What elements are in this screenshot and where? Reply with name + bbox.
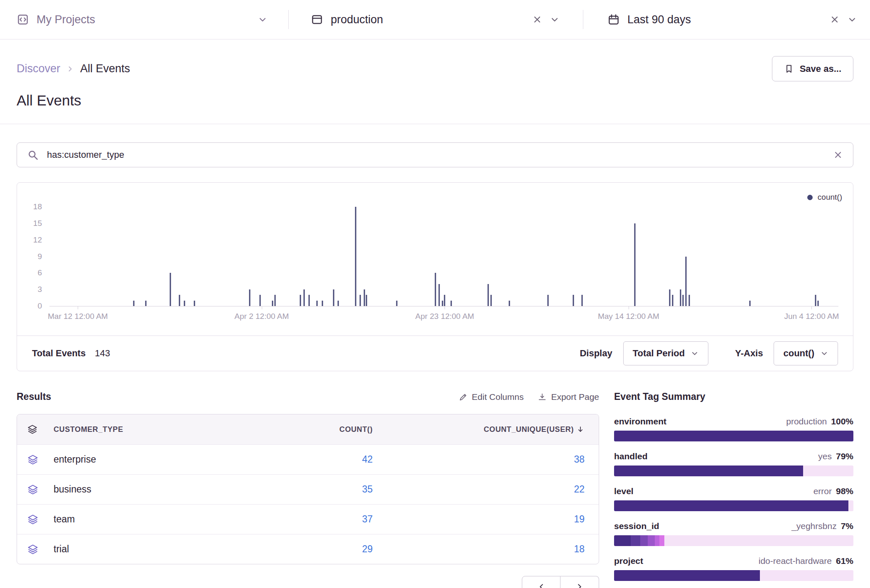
count-unique-value[interactable]: 38 <box>373 454 585 465</box>
chart-bar[interactable] <box>487 284 489 306</box>
export-page-button[interactable]: Export Page <box>538 392 599 402</box>
count-value[interactable]: 29 <box>248 544 373 555</box>
chart-bar[interactable] <box>444 295 445 306</box>
tag-bar-segment[interactable] <box>655 535 660 546</box>
tag-bar-segment[interactable] <box>614 431 853 441</box>
column-header-count-unique[interactable]: COUNT_UNIQUE(USER) <box>373 425 585 434</box>
tag-bar-segment[interactable] <box>640 535 647 546</box>
column-header-customer-type[interactable]: CUSTOMER_TYPE <box>54 425 248 434</box>
chart-bar[interactable] <box>573 295 574 306</box>
chart-bar[interactable] <box>364 289 365 306</box>
environment-selector[interactable]: production <box>289 0 583 39</box>
search-bar[interactable] <box>17 142 853 167</box>
chart-bar[interactable] <box>689 295 690 306</box>
clear-environment-icon[interactable] <box>532 15 542 24</box>
chevron-down-icon[interactable] <box>847 15 857 24</box>
chart-bar[interactable] <box>322 301 323 306</box>
tag-bar-segment[interactable] <box>848 500 853 511</box>
tag-bar-segment[interactable] <box>648 535 655 546</box>
chart-bar[interactable] <box>669 289 670 306</box>
count-value[interactable]: 42 <box>248 454 373 465</box>
tag-distribution-bar[interactable] <box>614 570 853 581</box>
count-unique-value[interactable]: 19 <box>373 514 585 525</box>
chart-bar[interactable] <box>145 301 146 306</box>
chart-bar[interactable] <box>817 301 818 306</box>
breadcrumb-discover[interactable]: Discover <box>17 62 60 75</box>
table-row[interactable]: team 37 19 <box>17 504 599 534</box>
chart-bar[interactable] <box>316 301 317 306</box>
chart-bar[interactable] <box>133 301 135 306</box>
tag-distribution-bar[interactable] <box>614 535 853 546</box>
chart-bar[interactable] <box>355 207 356 306</box>
chart-bar[interactable] <box>333 289 334 306</box>
tag-distribution-bar[interactable] <box>614 466 853 476</box>
chart-bar[interactable] <box>581 295 582 306</box>
count-value[interactable]: 37 <box>248 514 373 525</box>
chart-bar[interactable] <box>366 295 367 306</box>
project-selector[interactable]: My Projects <box>0 0 288 39</box>
chart-bar[interactable] <box>396 301 397 306</box>
tag-bar-segment[interactable] <box>614 535 631 546</box>
count-unique-value[interactable]: 22 <box>373 484 585 495</box>
chart-bar[interactable] <box>548 295 549 306</box>
save-as-button[interactable]: Save as... <box>772 56 853 81</box>
chart-bar[interactable] <box>750 301 751 306</box>
chevron-down-icon[interactable] <box>258 15 268 24</box>
edit-columns-button[interactable]: Edit Columns <box>459 392 524 402</box>
pagination-next-button[interactable] <box>560 576 599 588</box>
chart-bar[interactable] <box>686 257 687 306</box>
chart-bar[interactable] <box>491 295 492 306</box>
chart-bar[interactable] <box>338 301 339 306</box>
tag-distribution-bar[interactable] <box>614 500 853 511</box>
chart-bar[interactable] <box>682 295 683 306</box>
chart-bar[interactable] <box>672 295 673 306</box>
column-header-count[interactable]: COUNT() <box>248 425 373 434</box>
yaxis-select[interactable]: count() <box>774 341 838 365</box>
chart-bar[interactable] <box>634 223 636 306</box>
chart-bar[interactable] <box>184 301 185 306</box>
chart-bar[interactable] <box>442 301 443 306</box>
tag-bar-segment[interactable] <box>614 570 760 581</box>
tag-distribution-bar[interactable] <box>614 431 853 441</box>
count-unique-value[interactable]: 18 <box>373 544 585 555</box>
events-chart[interactable]: count() 0369121518Mar 12 12:00 AMApr 2 1… <box>17 183 853 336</box>
chart-plot-area[interactable]: 0369121518Mar 12 12:00 AMApr 2 12:00 AMA… <box>49 207 838 306</box>
date-range-selector[interactable]: Last 90 days <box>583 0 870 39</box>
tag-bar-segment[interactable] <box>631 535 640 546</box>
tag-bar-segment[interactable] <box>664 535 853 546</box>
chart-bar[interactable] <box>300 295 301 306</box>
chart-bar[interactable] <box>260 295 261 306</box>
chart-bar[interactable] <box>815 295 816 306</box>
chart-legend[interactable]: count() <box>807 193 842 202</box>
table-row[interactable]: enterprise 42 38 <box>17 444 599 474</box>
display-select[interactable]: Total Period <box>623 341 709 365</box>
chart-bar[interactable] <box>170 273 171 306</box>
chart-bar[interactable] <box>360 295 361 306</box>
chart-bar[interactable] <box>272 301 273 306</box>
table-row[interactable]: business 35 22 <box>17 474 599 504</box>
chart-bar[interactable] <box>439 284 440 306</box>
chart-bar[interactable] <box>194 301 195 306</box>
table-row[interactable]: trial 29 18 <box>17 534 599 564</box>
chevron-down-icon[interactable] <box>550 15 560 24</box>
clear-date-range-icon[interactable] <box>830 15 840 24</box>
tag-bar-segment[interactable] <box>803 466 853 476</box>
chart-bar[interactable] <box>450 301 452 306</box>
count-value[interactable]: 35 <box>248 484 373 495</box>
chart-bar[interactable] <box>308 295 310 306</box>
tag-bar-segment[interactable] <box>614 466 803 476</box>
chart-bar[interactable] <box>249 289 251 306</box>
chart-bar[interactable] <box>179 295 180 306</box>
chart-bar[interactable] <box>304 289 305 306</box>
pagination-prev-button[interactable] <box>522 576 560 588</box>
search-input[interactable] <box>47 149 825 160</box>
tag-bar-segment[interactable] <box>614 500 848 511</box>
chart-bar[interactable] <box>509 301 510 306</box>
x-axis-label: Apr 23 12:00 AM <box>415 312 474 321</box>
tag-bar-segment[interactable] <box>760 570 853 581</box>
chart-bar[interactable] <box>275 295 276 306</box>
chart-bar[interactable] <box>680 289 681 306</box>
clear-search-icon[interactable] <box>833 150 843 160</box>
chart-bar[interactable] <box>435 273 436 306</box>
tag-bar-segment[interactable] <box>659 535 664 546</box>
